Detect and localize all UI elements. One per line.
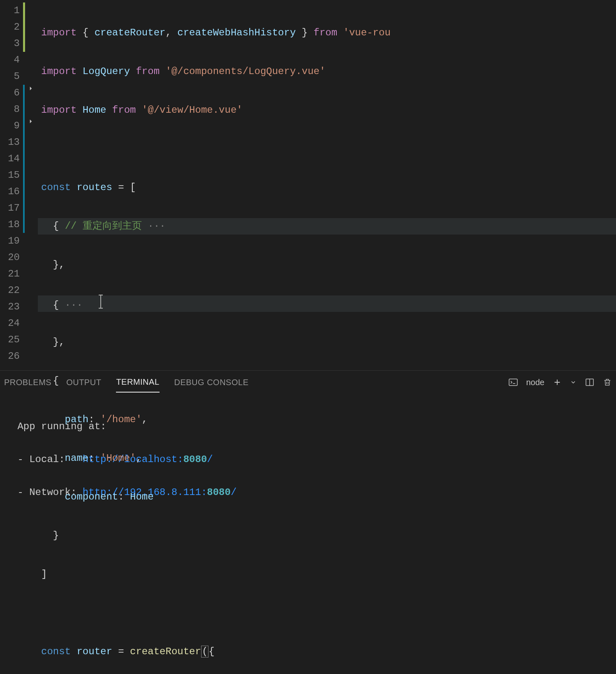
line-number: 19: [0, 233, 25, 249]
code-line-folded[interactable]: { // 重定向到主页 ···: [38, 218, 616, 235]
line-number: 3: [0, 35, 25, 52]
code-line[interactable]: [38, 605, 616, 621]
code-content[interactable]: import { createRouter, createWebHashHist…: [38, 0, 616, 370]
line-number: 9: [0, 118, 25, 134]
line-number: 8: [0, 101, 25, 118]
line-number: 18: [0, 216, 25, 233]
line-number-gutter: 1 2 3 4 5 6 8 9 13 14 15 16 17 18 19 20 …: [0, 0, 25, 370]
code-line[interactable]: component: Home: [38, 489, 616, 505]
code-line-folded[interactable]: { ···: [38, 295, 616, 312]
code-line[interactable]: {: [38, 373, 616, 389]
fold-expand-icon[interactable]: [27, 118, 35, 134]
code-line[interactable]: import Home from '@/view/Home.vue': [38, 102, 616, 119]
line-number: 15: [0, 167, 25, 184]
code-line[interactable]: path: '/home',: [38, 411, 616, 428]
code-editor[interactable]: 1 2 3 4 5 6 8 9 13 14 15 16 17 18 19 20 …: [0, 0, 616, 370]
line-number: 24: [0, 315, 25, 332]
text-cursor: [100, 295, 101, 308]
code-line[interactable]: const routes = [: [38, 179, 616, 196]
line-number: 22: [0, 282, 25, 299]
fold-gutter: [25, 0, 38, 370]
code-line[interactable]: ]: [38, 566, 616, 583]
line-number: 25: [0, 332, 25, 348]
code-line[interactable]: const router = createRouter({: [38, 644, 616, 660]
line-number: 2: [0, 19, 25, 35]
code-line[interactable]: },: [38, 257, 616, 273]
code-line[interactable]: }: [38, 528, 616, 544]
line-number: 17: [0, 200, 25, 216]
line-number: 16: [0, 184, 25, 200]
line-number: 23: [0, 299, 25, 315]
code-line[interactable]: import { createRouter, createWebHashHist…: [38, 25, 616, 41]
line-number: 14: [0, 151, 25, 167]
line-number: 5: [0, 68, 25, 85]
code-line[interactable]: [38, 141, 616, 157]
code-line[interactable]: name: 'Home',: [38, 450, 616, 467]
line-number: 26: [0, 348, 25, 365]
code-line[interactable]: },: [38, 334, 616, 351]
code-line[interactable]: import LogQuery from '@/components/LogQu…: [38, 63, 616, 80]
line-number: 4: [0, 52, 25, 68]
line-number: 13: [0, 134, 25, 151]
line-number: 6: [0, 85, 25, 101]
line-number: 20: [0, 249, 25, 266]
line-number: 1: [0, 2, 25, 19]
fold-expand-icon[interactable]: [27, 85, 35, 101]
line-number: 21: [0, 266, 25, 282]
